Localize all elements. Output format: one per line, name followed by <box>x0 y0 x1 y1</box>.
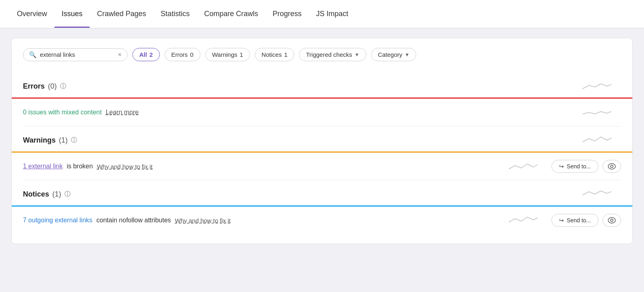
category-button[interactable]: Category ▼ <box>371 48 417 61</box>
notices-send-button[interactable]: ↪ Send to... <box>551 214 599 227</box>
errors-title: Errors (0) ⓘ <box>23 82 66 91</box>
errors-issue-row: 0 issues with mixed content Learn more <box>23 99 621 126</box>
filter-notices-button[interactable]: Notices 1 <box>255 48 294 61</box>
chevron-down-icon: ▼ <box>355 52 359 58</box>
filter-all-button[interactable]: All 2 <box>132 48 160 61</box>
nav-item-overview[interactable]: Overview <box>10 0 54 28</box>
nav-item-progress[interactable]: Progress <box>265 0 309 28</box>
notices-why-fix-link[interactable]: Why and how to fix it <box>175 217 231 224</box>
clear-icon[interactable]: × <box>118 51 122 58</box>
svg-point-3 <box>611 219 613 222</box>
nav-item-crawled-pages[interactable]: Crawled Pages <box>90 0 153 28</box>
notices-issue-text: 7 outgoing external links contain nofoll… <box>23 217 507 224</box>
warnings-issue-actions: ↪ Send to... <box>507 160 621 173</box>
warnings-issue-row: 1 external link is broken Why and how to… <box>23 153 621 180</box>
notices-issue-actions: ↪ Send to... <box>507 214 621 227</box>
search-icon: 🔍 <box>29 51 37 58</box>
triggered-checks-button[interactable]: Triggered checks ▼ <box>299 48 366 61</box>
notices-issue-row: 7 outgoing external links contain nofoll… <box>23 207 621 234</box>
nofollow-link[interactable]: 7 outgoing external links <box>23 217 93 224</box>
nav-item-compare-crawls[interactable]: Compare Crawls <box>197 0 265 28</box>
chevron-down-icon: ▼ <box>405 52 410 58</box>
search-box: 🔍 × <box>23 48 128 61</box>
issues-card: 🔍 × All 2 Errors 0 Warnings 1 Notices 1 <box>11 38 633 244</box>
learn-more-link[interactable]: Learn more <box>106 109 139 116</box>
filter-errors-button[interactable]: Errors 0 <box>165 48 200 61</box>
errors-sparkline <box>581 80 613 93</box>
warnings-send-button[interactable]: ↪ Send to... <box>551 160 599 173</box>
send-icon: ↪ <box>559 163 564 170</box>
notices-eye-button[interactable] <box>603 214 621 227</box>
warnings-issue-text: 1 external link is broken Why and how to… <box>23 163 507 170</box>
warnings-info-icon[interactable]: ⓘ <box>71 137 77 144</box>
errors-issue-text: 0 issues with mixed content Learn more <box>23 109 581 116</box>
nav-item-statistics[interactable]: Statistics <box>153 0 197 28</box>
errors-info-icon[interactable]: ⓘ <box>60 83 66 90</box>
notices-row-sparkline <box>507 214 539 227</box>
svg-point-1 <box>611 165 613 168</box>
notices-title: Notices (1) ⓘ <box>23 190 70 199</box>
warnings-title: Warnings (1) ⓘ <box>23 136 77 145</box>
filter-bar: 🔍 × All 2 Errors 0 Warnings 1 Notices 1 <box>23 48 621 61</box>
nav-bar: Overview Issues Crawled Pages Statistics… <box>0 0 644 28</box>
svg-point-0 <box>608 164 615 169</box>
notices-info-icon[interactable]: ⓘ <box>64 191 70 198</box>
warnings-sparkline <box>581 134 613 147</box>
filter-warnings-button[interactable]: Warnings 1 <box>205 48 250 61</box>
warnings-row-sparkline <box>507 160 539 173</box>
notices-sparkline <box>581 188 613 201</box>
warnings-section-header: Warnings (1) ⓘ <box>23 126 621 151</box>
mixed-content-link[interactable]: 0 issues with mixed content <box>23 109 102 116</box>
notices-section-header: Notices (1) ⓘ <box>23 180 621 205</box>
warnings-eye-button[interactable] <box>603 160 621 173</box>
errors-section-header: Errors (0) ⓘ <box>23 72 621 97</box>
nav-item-issues[interactable]: Issues <box>54 0 90 28</box>
nav-item-js-impact[interactable]: JS Impact <box>309 0 355 28</box>
main-content: 🔍 × All 2 Errors 0 Warnings 1 Notices 1 <box>0 28 644 254</box>
warnings-why-fix-link[interactable]: Why and how to fix it <box>97 163 153 170</box>
svg-point-2 <box>608 217 615 223</box>
send-icon: ↪ <box>559 217 564 224</box>
broken-link[interactable]: 1 external link <box>23 163 63 170</box>
search-input[interactable] <box>40 51 112 58</box>
errors-row-sparkline <box>581 106 613 119</box>
